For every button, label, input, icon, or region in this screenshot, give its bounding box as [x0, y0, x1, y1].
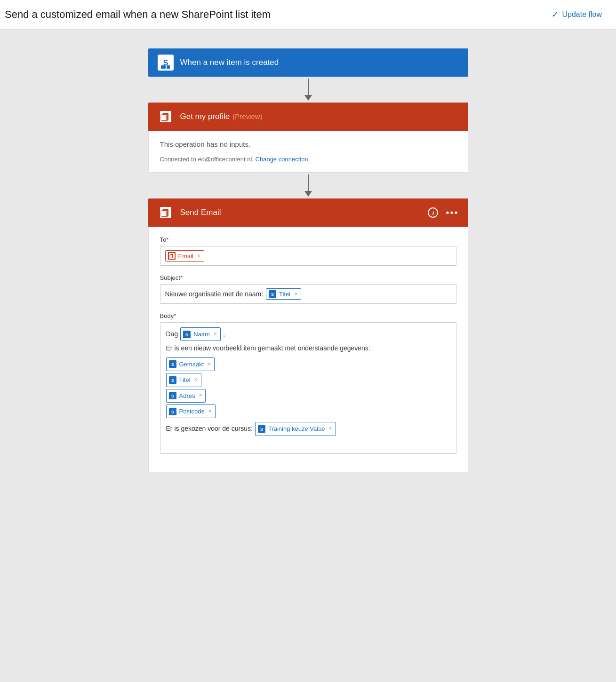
- training-token[interactable]: S Training keuze Value ×: [255, 422, 336, 436]
- postcode-label: Postcode: [179, 406, 205, 417]
- sharepoint-icon: S: [158, 55, 174, 71]
- get-profile-node: Get my profile(Preview) This operation h…: [148, 103, 468, 173]
- update-flow-button[interactable]: ✓ Update flow: [552, 9, 602, 20]
- remove-training[interactable]: ×: [329, 424, 332, 434]
- check-icon: ✓: [552, 9, 559, 20]
- body-label: Body*: [160, 312, 456, 319]
- titel-token-body[interactable]: S Titel ×: [166, 373, 201, 387]
- send-email-body: To* Email: [148, 227, 468, 472]
- send-email-node: Send Email i ••• To*: [148, 198, 468, 472]
- body-row-1: Dag S Naam × ,: [166, 327, 450, 341]
- remove-gemaakt[interactable]: ×: [208, 359, 211, 370]
- arrow-2: [304, 173, 312, 198]
- naam-token-icon: S: [183, 330, 191, 339]
- more-options-button[interactable]: •••: [446, 207, 458, 218]
- svg-rect-3: [167, 65, 170, 69]
- to-input[interactable]: Email ×: [160, 246, 456, 266]
- info-button[interactable]: i: [428, 207, 438, 218]
- body-para-text: Er is een nieuw voorbeeld item gemaakt m…: [166, 344, 370, 352]
- titel-token-body-icon: S: [168, 376, 177, 384]
- svg-text:S: S: [271, 292, 274, 297]
- get-profile-title: Get my profile(Preview): [180, 112, 263, 121]
- training-prefix: Er is gekozen voor de cursus:: [166, 423, 253, 435]
- dag-text: Dag: [166, 328, 178, 340]
- to-field-group: To* Email: [160, 236, 456, 266]
- update-flow-label: Update flow: [562, 10, 602, 19]
- adres-token[interactable]: S Adres ×: [166, 389, 206, 403]
- remove-naam-token[interactable]: ×: [214, 329, 217, 340]
- subject-prefix-text: Nieuwe organisatie met de naam:: [165, 290, 264, 298]
- office-icon-profile: [158, 109, 174, 125]
- remove-adres[interactable]: ×: [199, 390, 202, 401]
- remove-postcode[interactable]: ×: [208, 406, 212, 417]
- body-titel-row: S Titel ×: [166, 373, 450, 387]
- body-postcode-row: S Postcode ×: [166, 404, 450, 418]
- adres-label: Adres: [179, 390, 195, 401]
- body-adres-row: S Adres ×: [166, 389, 450, 403]
- token-sp-icon: S: [268, 290, 277, 298]
- dots-icon: •••: [446, 207, 458, 218]
- change-connection-link[interactable]: Change connection.: [256, 156, 310, 163]
- svg-text:S: S: [171, 378, 174, 383]
- naam-token[interactable]: S Naam ×: [180, 327, 221, 341]
- subject-input[interactable]: Nieuwe organisatie met de naam: S Titel …: [160, 284, 456, 304]
- get-profile-header[interactable]: Get my profile(Preview): [148, 103, 468, 131]
- connected-text: Connected to ed@officecontent.nl. Change…: [160, 156, 456, 163]
- node-actions: i •••: [428, 207, 458, 218]
- no-inputs-text: This operation has no inputs.: [160, 140, 456, 148]
- email-token[interactable]: Email ×: [165, 250, 205, 262]
- gemaakt-label: Gemaakt: [179, 359, 204, 370]
- trigger-node: S When a new item is created: [148, 48, 468, 77]
- token-office-icon: [168, 252, 176, 260]
- send-email-title: Send Email: [180, 208, 221, 217]
- body-gemaakt-row: S Gemaakt ×: [166, 357, 450, 371]
- svg-text:S: S: [171, 362, 174, 367]
- svg-text:S: S: [185, 333, 188, 337]
- subject-field-group: Subject* Nieuwe organisatie met de naam:…: [160, 274, 456, 304]
- svg-rect-2: [161, 65, 166, 69]
- svg-rect-13: [161, 211, 167, 216]
- body-input[interactable]: Dag S Naam × ,: [160, 322, 456, 454]
- svg-rect-8: [161, 115, 167, 120]
- page-header: Send a customized email when a new Share…: [0, 0, 616, 30]
- get-profile-body: This operation has no inputs. Connected …: [148, 131, 468, 173]
- office-icon-email: [158, 205, 174, 221]
- postcode-token-icon: S: [168, 407, 177, 416]
- comma-text: ,: [223, 328, 225, 340]
- body-field-group: Body* Dag S Naam: [160, 312, 456, 454]
- svg-text:S: S: [171, 410, 174, 414]
- training-token-icon: S: [257, 425, 266, 433]
- adres-token-icon: S: [168, 391, 177, 400]
- svg-text:S: S: [171, 394, 174, 398]
- to-label: To*: [160, 236, 456, 243]
- titel-body-label: Titel: [179, 374, 191, 385]
- remove-email-token[interactable]: ×: [197, 253, 200, 259]
- remove-titel-body[interactable]: ×: [194, 375, 198, 385]
- token-email-label: Email: [178, 253, 194, 260]
- body-training-row: Er is gekozen voor de cursus: S Training…: [166, 422, 450, 436]
- info-icon: i: [428, 207, 438, 218]
- subject-label: Subject*: [160, 274, 456, 281]
- page-title: Send a customized email when a new Share…: [5, 8, 271, 21]
- gemaakt-token-icon: S: [168, 360, 177, 368]
- body-para: Er is een nieuw voorbeeld item gemaakt m…: [166, 343, 450, 353]
- training-label: Training keuze Value: [268, 423, 325, 434]
- titel-token-label: Titel: [279, 291, 290, 298]
- svg-text:S: S: [260, 427, 263, 432]
- postcode-token[interactable]: S Postcode ×: [166, 404, 216, 418]
- naam-token-label: Naam: [193, 329, 210, 340]
- trigger-node-title: When a new item is created: [180, 58, 279, 67]
- arrow-1: [304, 77, 312, 103]
- send-email-header[interactable]: Send Email i •••: [148, 198, 468, 227]
- remove-titel-token[interactable]: ×: [294, 291, 297, 297]
- gemaakt-token[interactable]: S Gemaakt ×: [166, 357, 215, 371]
- svg-rect-18: [169, 255, 172, 258]
- trigger-node-header[interactable]: S When a new item is created: [148, 48, 468, 77]
- flow-canvas: S When a new item is created: [0, 30, 616, 491]
- titel-token-subject[interactable]: S Titel ×: [266, 288, 301, 300]
